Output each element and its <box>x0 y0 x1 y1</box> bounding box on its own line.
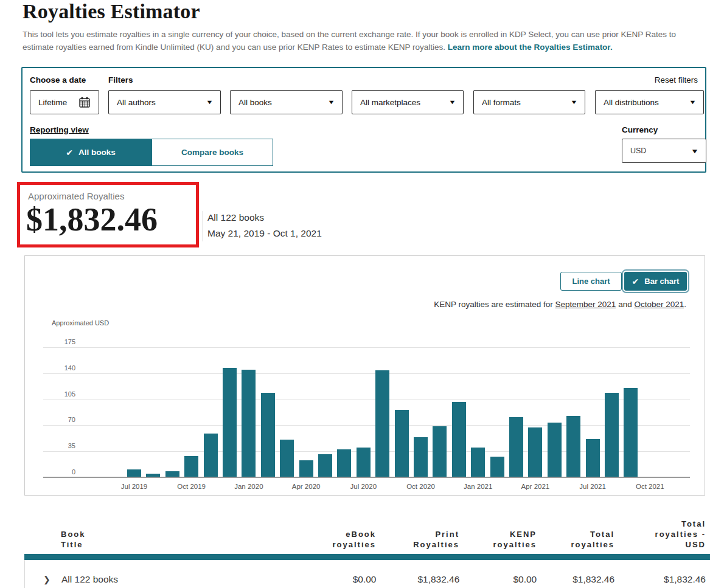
tab-compare-books-label: Compare books <box>181 148 243 157</box>
chevron-down-icon: ▼ <box>206 99 213 105</box>
bar-mar-2021[interactable] <box>509 417 523 477</box>
column-header-book-title[interactable]: Book Title <box>24 529 268 550</box>
bar-dec-2020[interactable] <box>452 402 466 477</box>
row-kenp-royalties: $0.00 <box>459 574 537 585</box>
page-description: This tool lets you estimate royalties in… <box>23 28 707 54</box>
marketplaces-filter-dropdown[interactable]: All marketplaces ▼ <box>352 90 464 114</box>
y-axis-tick-label: 175 <box>45 338 75 345</box>
gridline <box>43 425 690 426</box>
reset-filters-link[interactable]: Reset filters <box>655 75 698 85</box>
column-header-total-royalties-usd[interactable]: Total royalties - USD <box>614 519 706 550</box>
reporting-view-link[interactable]: Reporting view <box>30 125 89 134</box>
table-header-divider <box>24 554 710 560</box>
y-axis-tick-label: 35 <box>45 442 75 449</box>
formats-filter-value: All formats <box>482 98 521 107</box>
x-axis-tick-label: Oct 2020 <box>400 483 442 490</box>
table-row: ❯ All 122 books $0.00 $1,832.46 $0.00 $1… <box>24 560 706 588</box>
royalties-estimator-page: Royalties Estimator This tool lets you e… <box>0 0 710 588</box>
check-icon: ✔ <box>66 148 73 157</box>
check-icon: ✔ <box>632 277 639 286</box>
row-total-royalties-usd: $1,832.46 <box>614 574 706 585</box>
kenp-estimate-note: KENP royalties are estimated for Septemb… <box>434 300 686 309</box>
bar-chart-plot: 03570105140175Jul 2019Oct 2019Jan 2020Ap… <box>43 348 690 478</box>
bar-jul-2019[interactable] <box>127 469 141 477</box>
tab-compare-books[interactable]: Compare books <box>151 139 273 166</box>
column-header-ebook-royalties[interactable]: eBook royalties <box>268 529 376 550</box>
bar-jan-2021[interactable] <box>471 448 485 477</box>
row-ebook-royalties: $0.00 <box>268 574 377 585</box>
bar-may-2020[interactable] <box>318 454 332 477</box>
line-chart-button[interactable]: Line chart <box>560 272 622 291</box>
x-axis-tick-label: Jul 2021 <box>571 483 614 490</box>
column-header-print-royalties[interactable]: Print Royalties <box>376 529 459 550</box>
authors-filter-value: All authors <box>117 98 156 107</box>
bar-nov-2019[interactable] <box>204 434 218 477</box>
distributions-filter-dropdown[interactable]: All distributions ▼ <box>595 90 704 114</box>
authors-filter-dropdown[interactable]: All authors ▼ <box>108 90 221 114</box>
currency-dropdown[interactable]: USD ▼ <box>622 139 706 163</box>
bar-feb-2020[interactable] <box>261 393 275 477</box>
currency-label: Currency <box>622 125 658 134</box>
x-axis-tick-label: Apr 2021 <box>514 483 557 490</box>
marketplaces-filter-value: All marketplaces <box>360 98 420 107</box>
bar-may-2021[interactable] <box>548 423 562 477</box>
y-axis-tick-label: 0 <box>45 468 75 476</box>
kenp-note-and: and <box>616 300 634 309</box>
bar-dec-2019[interactable] <box>223 368 237 477</box>
bar-mar-2020[interactable] <box>280 440 294 477</box>
kenp-month-link-september[interactable]: September 2021 <box>555 300 616 309</box>
bar-jul-2020[interactable] <box>357 448 371 477</box>
currency-value: USD <box>630 147 646 155</box>
bar-aug-2020[interactable] <box>375 370 389 477</box>
bar-sep-2019[interactable] <box>165 471 179 477</box>
tab-all-books[interactable]: ✔ All books <box>30 139 151 166</box>
table-header-row: Book Title eBook royalties Print Royalti… <box>24 519 706 550</box>
column-header-kenp-royalties[interactable]: KENP royalties <box>459 529 537 550</box>
gridline <box>43 373 690 374</box>
kenp-note-period: . <box>684 300 686 309</box>
date-range-picker[interactable]: Lifetime <box>30 90 99 114</box>
x-axis-tick-label: Jan 2021 <box>457 483 499 490</box>
bar-apr-2020[interactable] <box>299 460 313 477</box>
calendar-icon <box>78 96 91 108</box>
tab-all-books-label: All books <box>78 148 116 157</box>
bar-aug-2021[interactable] <box>605 393 619 477</box>
kenp-note-text: KENP royalties are estimated for <box>434 300 555 309</box>
bar-oct-2019[interactable] <box>184 456 198 477</box>
formats-filter-dropdown[interactable]: All formats ▼ <box>473 90 585 114</box>
bar-chart-button[interactable]: ✔ Bar chart <box>624 272 687 291</box>
chevron-down-icon: ▼ <box>448 99 456 105</box>
approximated-royalties-amount: $1,832.46 <box>26 201 158 238</box>
bar-nov-2020[interactable] <box>433 426 447 477</box>
bar-apr-2021[interactable] <box>528 427 542 477</box>
bar-jun-2020[interactable] <box>337 449 351 477</box>
column-header-total-royalties[interactable]: Total royalties <box>537 529 614 550</box>
bar-jul-2021[interactable] <box>586 439 600 477</box>
x-axis-tick-label: Jul 2020 <box>342 483 385 490</box>
annotation-highlight-box: Approximated Royalties $1,832.46 <box>17 182 199 247</box>
y-axis-tick-label: 70 <box>45 416 75 423</box>
distributions-filter-value: All distributions <box>604 98 659 107</box>
chart-panel: Line chart ✔ Bar chart KENP royalties ar… <box>24 255 705 496</box>
bar-feb-2021[interactable] <box>490 457 504 477</box>
books-count: All 122 books <box>207 210 322 226</box>
date-range: May 21, 2019 - Oct 1, 2021 <box>207 226 322 241</box>
filters-label: Filters <box>108 75 133 85</box>
learn-more-link[interactable]: Learn more about the Royalties Estimator… <box>448 43 613 52</box>
bar-aug-2019[interactable] <box>146 474 160 477</box>
bar-sep-2020[interactable] <box>395 410 409 477</box>
chevron-down-icon: ▼ <box>327 99 335 105</box>
x-axis-tick-label: Apr 2020 <box>285 483 327 490</box>
bar-jun-2021[interactable] <box>566 416 580 477</box>
filters-panel: Choose a date Filters Reset filters Life… <box>21 67 706 173</box>
x-axis-tick-label: Oct 2021 <box>628 483 671 490</box>
kenp-month-link-october[interactable]: October 2021 <box>634 300 684 309</box>
bar-oct-2020[interactable] <box>414 437 428 477</box>
expand-row-chevron-icon[interactable]: ❯ <box>43 575 50 584</box>
books-filter-dropdown[interactable]: All books ▼ <box>230 90 343 114</box>
bar-jan-2020[interactable] <box>242 370 256 477</box>
bar-sep-2021[interactable] <box>624 388 638 477</box>
line-chart-button-label: Line chart <box>572 277 610 286</box>
books-filter-value: All books <box>238 98 272 107</box>
y-axis-tick-label: 105 <box>45 390 75 398</box>
